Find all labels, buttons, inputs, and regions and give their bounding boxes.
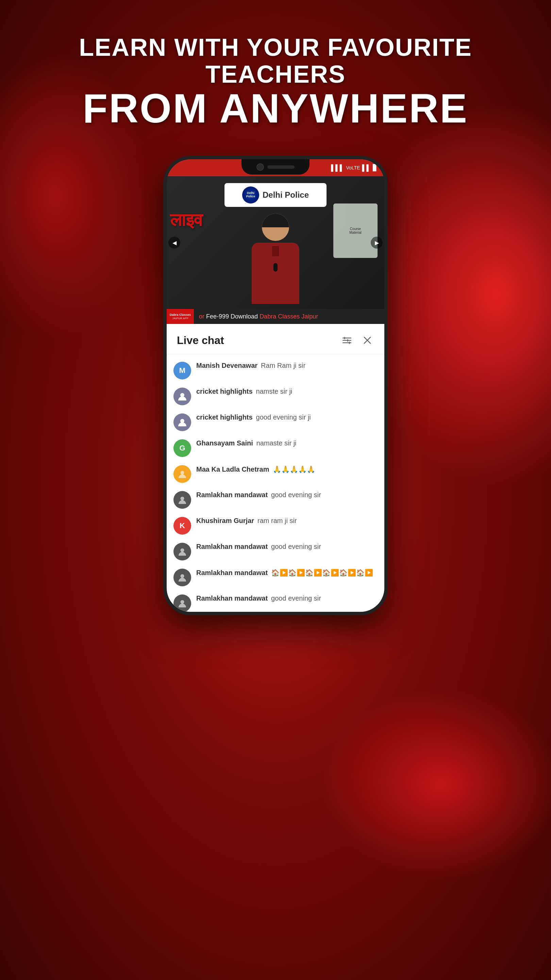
chat-message-8: Ramlakhan mandawatgood evening sir bbox=[173, 539, 378, 565]
msg-username-4: Ghansayam Saini bbox=[196, 439, 253, 447]
msg-content-5: Maa Ka Ladla Chetram🙏🙏🙏🙏🙏 bbox=[196, 465, 378, 473]
svg-point-14 bbox=[181, 600, 184, 604]
ticker-sub: JAIPUR APP bbox=[172, 317, 189, 320]
msg-content-2: cricket highlightsnamste sir ji bbox=[196, 388, 378, 395]
video-nav-right[interactable]: ▶ bbox=[371, 237, 383, 249]
svg-rect-5 bbox=[349, 342, 350, 344]
avatar-2 bbox=[173, 388, 191, 405]
avatar-6 bbox=[173, 491, 191, 509]
presentation-board: CourseMaterial bbox=[333, 204, 378, 258]
avatar-9 bbox=[173, 569, 191, 586]
video-section: DelhiPolice Delhi Police D लाइव bbox=[167, 176, 384, 309]
msg-text-1: Ram Ram ji sir bbox=[261, 362, 305, 369]
chat-header: Live chat bbox=[167, 324, 384, 354]
msg-username-10: Ramlakhan mandawat bbox=[196, 595, 268, 602]
delhi-police-banner: DelhiPolice Delhi Police D bbox=[224, 183, 327, 207]
avatar-4: G bbox=[173, 439, 191, 457]
chat-message-9: Ramlakhan mandawat🏠▶️🏠▶️🏠▶️🏠▶️🏠▶️🏠▶️ bbox=[173, 565, 378, 590]
header-line2: FROM ANYWHERE bbox=[21, 88, 530, 129]
msg-text-6: good evening sir bbox=[271, 491, 321, 498]
svg-point-13 bbox=[181, 574, 184, 578]
delhi-police-badge: DelhiPolice bbox=[242, 186, 259, 204]
msg-text-5: 🙏🙏🙏🙏🙏 bbox=[273, 466, 315, 473]
teacher-collar bbox=[272, 246, 279, 256]
msg-username-2: cricket highlights bbox=[196, 388, 253, 395]
svg-rect-0 bbox=[343, 337, 351, 339]
teacher-head bbox=[262, 214, 289, 241]
avatar-7: K bbox=[173, 517, 191, 535]
svg-rect-2 bbox=[343, 342, 351, 343]
svg-rect-3 bbox=[344, 337, 345, 339]
msg-text-3: good evening sir ji bbox=[256, 414, 311, 421]
chat-message-6: Ramlakhan mandawatgood evening sir bbox=[173, 487, 378, 513]
teacher-body bbox=[252, 243, 299, 304]
phone-notch bbox=[241, 159, 310, 175]
chat-close-icon[interactable] bbox=[360, 334, 374, 347]
msg-username-7: Khushiram Gurjar bbox=[196, 517, 254, 524]
hindi-text-overlay: लाइव bbox=[170, 210, 203, 230]
chat-message-10: Ramlakhan mandawatgood evening sir bbox=[173, 590, 378, 612]
chat-title: Live chat bbox=[177, 334, 224, 347]
svg-point-10 bbox=[181, 471, 184, 475]
chat-message-3: cricket highlightsgood evening sir ji bbox=[173, 409, 378, 435]
msg-text-9: 🏠▶️🏠▶️🏠▶️🏠▶️🏠▶️🏠▶️ bbox=[271, 569, 373, 576]
avatar-5 bbox=[173, 465, 191, 483]
ticker-text: or Fee-999 Download Dabra Classes Jaipur bbox=[194, 313, 323, 320]
teacher-figure bbox=[238, 214, 313, 309]
svg-point-12 bbox=[181, 549, 184, 552]
svg-rect-4 bbox=[347, 339, 348, 342]
msg-text-8: good evening sir bbox=[271, 543, 321, 550]
msg-username-6: Ramlakhan mandawat bbox=[196, 491, 268, 498]
avatar-1: M bbox=[173, 362, 191, 379]
network-label: VoLTE bbox=[346, 165, 360, 170]
msg-username-8: Ramlakhan mandawat bbox=[196, 543, 268, 550]
phone-speaker bbox=[267, 165, 295, 169]
phone-body: ▌▌▌ VoLTE ▌▌ ▊ DelhiPolice Delhi Police … bbox=[163, 156, 388, 615]
chat-header-icons bbox=[340, 334, 374, 347]
avatar-letter-4: G bbox=[179, 444, 185, 453]
msg-text-4: namaste sir ji bbox=[256, 439, 297, 447]
msg-username-5: Maa Ka Ladla Chetram bbox=[196, 466, 269, 473]
status-icons: ▌▌▌ VoLTE ▌▌ ▊ bbox=[331, 164, 378, 172]
ticker-brand-colored: Dabra Classes Jaipur bbox=[259, 313, 318, 320]
svg-rect-1 bbox=[343, 340, 351, 341]
chat-settings-icon[interactable] bbox=[340, 334, 354, 347]
chat-message-7: KKhushiram Gurjarram ram ji sir bbox=[173, 513, 378, 539]
phone-mockup: ▌▌▌ VoLTE ▌▌ ▊ DelhiPolice Delhi Police … bbox=[163, 156, 388, 615]
msg-username-1: Manish Devenawar bbox=[196, 362, 257, 369]
msg-content-4: Ghansayam Saininamaste sir ji bbox=[196, 439, 378, 447]
msg-content-6: Ramlakhan mandawatgood evening sir bbox=[196, 491, 378, 499]
msg-content-3: cricket highlightsgood evening sir ji bbox=[196, 414, 378, 421]
video-content: DelhiPolice Delhi Police D लाइव bbox=[167, 176, 384, 309]
front-camera bbox=[256, 163, 264, 171]
delhi-police-text: Delhi Police bbox=[263, 190, 309, 200]
chat-message-5: Maa Ka Ladla Chetram🙏🙏🙏🙏🙏 bbox=[173, 461, 378, 487]
chat-message-4: GGhansayam Saininamaste sir ji bbox=[173, 435, 378, 461]
msg-content-8: Ramlakhan mandawatgood evening sir bbox=[196, 543, 378, 550]
header-line1: LEARN WITH YOUR FAVOURITE TEACHERS bbox=[21, 34, 530, 88]
chat-messages-list: MManish DevenawarRam Ram ji sircricket h… bbox=[167, 354, 384, 612]
live-chat-panel: Live chat bbox=[167, 324, 384, 612]
msg-content-1: Manish DevenawarRam Ram ji sir bbox=[196, 362, 378, 369]
teacher-mic bbox=[273, 263, 278, 272]
msg-text-2: namste sir ji bbox=[256, 388, 292, 395]
ticker-brand: Dabra Classes bbox=[170, 313, 191, 317]
avatar-8 bbox=[173, 543, 191, 560]
header-section: LEARN WITH YOUR FAVOURITE TEACHERS FROM … bbox=[0, 34, 551, 129]
teacher-face-lower bbox=[267, 229, 284, 236]
chat-message-2: cricket highlightsnamste sir ji bbox=[173, 383, 378, 409]
msg-content-9: Ramlakhan mandawat🏠▶️🏠▶️🏠▶️🏠▶️🏠▶️🏠▶️ bbox=[196, 569, 378, 577]
teacher-hair bbox=[262, 214, 289, 227]
signal-icon: ▌▌▌ bbox=[331, 164, 344, 172]
svg-point-11 bbox=[181, 497, 184, 501]
msg-text-10: good evening sir bbox=[271, 595, 321, 602]
chat-message-1: MManish DevenawarRam Ram ji sir bbox=[173, 358, 378, 383]
avatar-letter-1: M bbox=[179, 366, 185, 375]
ticker-logo: Dabra Classes JAIPUR APP bbox=[167, 309, 194, 324]
wifi-icon: ▌▌ bbox=[362, 164, 371, 172]
msg-username-9: Ramlakhan mandawat bbox=[196, 569, 268, 576]
avatar-3 bbox=[173, 414, 191, 431]
video-nav-left[interactable]: ◀ bbox=[168, 237, 180, 249]
avatar-letter-7: K bbox=[179, 521, 185, 530]
avatar-10 bbox=[173, 595, 191, 612]
